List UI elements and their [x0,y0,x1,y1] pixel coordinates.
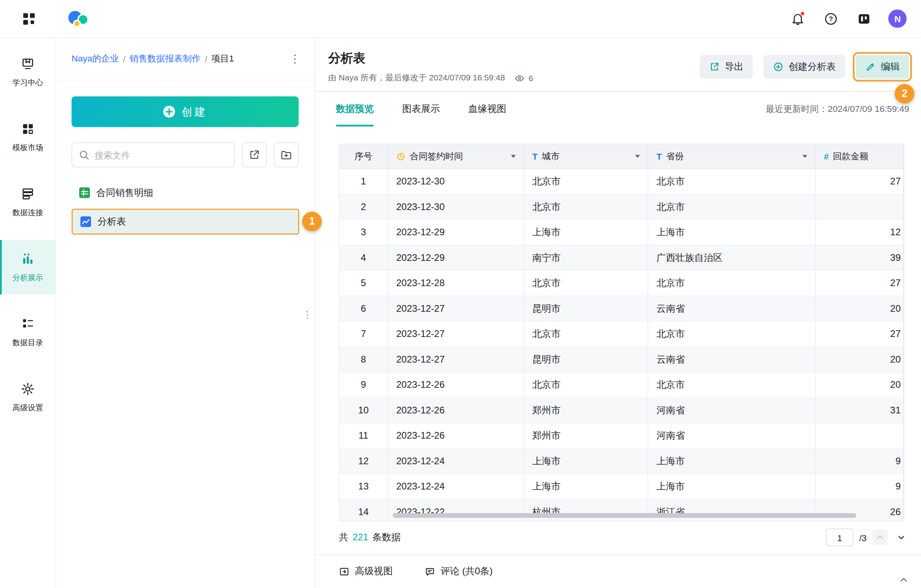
cell-province: 云南省 [648,347,816,373]
create-analysis-button-label: 创建分析表 [789,61,836,73]
table-row[interactable]: 2 2023-12-30 北京市 北京市 [339,195,904,220]
notifications-bell-icon[interactable] [789,10,807,28]
cell-sign-date: 2023-12-28 [388,271,524,296]
create-button[interactable]: 创建 [72,97,299,127]
table-row[interactable]: 11 2023-12-26 郑州市 河南省 [339,423,904,449]
sidebar-item-label: 模板市场 [13,142,43,153]
table-row[interactable]: 12 2023-12-24 上海市 上海市 9 [339,449,904,474]
cell-sign-date: 2023-12-26 [388,398,524,424]
cell-city: 北京市 [524,195,648,220]
cell-amount [816,423,904,449]
cell-index: 8 [339,347,388,373]
help-icon[interactable]: ? [822,10,840,28]
sidebar-item-advanced-settings[interactable]: 高级设置 [0,370,56,424]
cell-amount: 20 [816,372,904,398]
page-input[interactable] [826,528,853,546]
view-count: 6 [529,73,533,83]
breadcrumb-enterprise[interactable]: Naya的企业 [72,53,119,65]
page-down-button[interactable] [894,530,909,545]
sidebar-item-analysis-display[interactable]: 分析展示 [0,240,56,294]
cell-index: 14 [339,500,388,522]
cell-province: 北京市 [648,271,816,296]
cell-amount: 27 [816,169,904,195]
cell-index: 13 [339,474,388,500]
table-row[interactable]: 10 2023-12-26 郑州市 河南省 31 [339,398,904,424]
brand-logo-icon[interactable] [66,9,91,29]
cell-city: 上海市 [524,449,648,474]
left-nav-sidebar: 学习中心 模板市场 数据连接 [0,38,56,588]
table-row[interactable]: 13 2023-12-24 上海市 上海市 9 [339,474,904,500]
table-row[interactable]: 8 2023-12-27 昆明市 云南省 20 [339,347,904,373]
cell-province: 云南省 [648,296,816,322]
table-body: 1 2023-12-30 北京市 北京市 27 2 2023-12-30 北京市… [339,169,904,521]
filter-caret-icon[interactable] [802,154,808,159]
new-folder-button[interactable] [274,143,299,167]
import-file-button[interactable] [242,143,267,167]
table-row[interactable]: 5 2023-12-28 北京市 北京市 27 [339,271,904,296]
table-row[interactable]: 1 2023-12-30 北京市 北京市 27 [339,169,904,195]
cell-province: 上海市 [648,220,816,246]
apps-grid-icon[interactable] [19,9,39,29]
export-button[interactable]: 导出 [700,55,753,79]
horizontal-scrollbar[interactable] [393,513,856,518]
main-header: 分析表 由 Naya 所有，最后修改于 2024/07/09 16:59:48 … [315,38,921,92]
table-row[interactable]: 6 2023-12-27 昆明市 云南省 20 [339,296,904,322]
table-row[interactable]: 14 2023-12-22 杭州市 浙江省 26 [339,500,904,522]
sidebar-item-data-connection[interactable]: 数据连接 [0,175,56,229]
page-up-button[interactable] [873,530,888,545]
sidebar-item-label: 分析展示 [13,272,43,283]
cell-province: 河南省 [648,398,816,424]
cell-city: 上海市 [524,220,648,246]
cell-index: 1 [339,169,388,195]
cell-province: 河南省 [648,423,816,449]
sidebar-item-template-market[interactable]: 模板市场 [0,110,56,164]
col-header-amount: # 回款金额 [816,144,904,169]
cell-city: 北京市 [524,372,648,398]
sidebar-item-label: 学习中心 [13,77,43,88]
col-header-province[interactable]: T 省份 [648,144,816,169]
breadcrumb-project: 项目1 [211,53,234,65]
cell-amount: 9 [816,474,904,500]
cell-province: 上海市 [648,449,816,474]
search-input[interactable] [72,143,235,167]
cell-province: 上海市 [648,474,816,500]
last-updated-text: 最近更新时间：2024/07/09 16:59:49 [766,104,909,115]
table-row[interactable]: 9 2023-12-26 北京市 北京市 20 [339,372,904,398]
col-header-city[interactable]: T 城市 [524,144,648,169]
file-item-contract-sales[interactable]: 合同销售明细 [72,180,300,205]
filter-caret-icon[interactable] [635,154,641,159]
table-footer: 共 221 条数据 /3 [339,523,909,552]
col-header-sign-date[interactable]: 合同签约时间 [388,144,524,169]
table-row[interactable]: 7 2023-12-27 北京市 北京市 27 [339,322,904,347]
tab-data-preview[interactable]: 数据预览 [336,92,374,127]
create-analysis-button[interactable]: 创建分析表 [764,55,845,79]
sidebar-item-learning-center[interactable]: 学习中心 [0,45,56,99]
folder-plus-icon [280,149,292,161]
breadcrumb-menu-icon[interactable]: ⋮ [287,52,303,66]
comments-label: 评论 (共0条) [441,565,493,578]
panel-resize-handle[interactable]: ⋮ [302,309,313,321]
cell-city: 北京市 [524,169,648,195]
filter-caret-icon[interactable] [511,154,516,159]
advanced-view-button[interactable]: 高级视图 [339,565,393,578]
user-avatar[interactable]: N [888,9,907,28]
comments-button[interactable]: 评论 (共0条) [425,565,493,578]
breadcrumb-workspace[interactable]: 销售数据报表制作 [130,53,201,65]
collapse-panel-icon[interactable] [899,574,909,585]
tab-lineage-view[interactable]: 血缘视图 [468,92,506,127]
edit-button[interactable]: 编辑 [856,55,909,79]
search-icon [78,149,90,163]
edit-button-label: 编辑 [881,61,900,73]
cell-index: 4 [339,246,388,271]
advanced-view-icon [339,566,350,577]
tab-chart-display[interactable]: 图表展示 [402,92,440,127]
sidebar-item-data-catalog[interactable]: 数据目录 [0,305,56,359]
table-row[interactable]: 3 2023-12-29 上海市 上海市 12 [339,220,904,246]
file-item-analysis-table[interactable]: 分析表 [72,209,300,235]
cell-amount: 20 [816,347,904,373]
cell-amount: 9 [816,449,904,474]
file-item-label: 分析表 [98,216,126,228]
layout-board-icon[interactable] [855,10,873,28]
cell-sign-date: 2023-12-26 [388,372,524,398]
table-row[interactable]: 4 2023-12-29 南宁市 广西壮族自治区 39 [339,246,904,271]
